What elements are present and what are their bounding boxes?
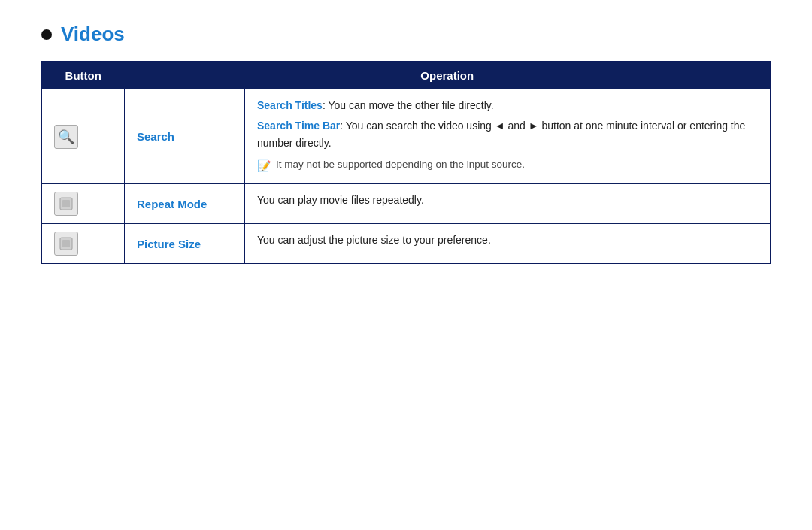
table-row: 🔍 Search Search Titles: You can move the… [42, 89, 771, 184]
search-desc-content: Search Titles: You can move the other fi… [257, 97, 758, 176]
search-timebar-link: Search Time Bar [257, 120, 340, 132]
picture-icon [54, 232, 78, 256]
search-timebar-line: Search Time Bar: You can search the vide… [257, 117, 758, 152]
table-row: Repeat Mode You can play movie files rep… [42, 184, 771, 224]
svg-rect-1 [62, 200, 70, 207]
repeat-desc-cell: You can play movie files repeatedly. [245, 184, 771, 224]
header-operation-col: Operation [125, 62, 771, 90]
repeat-button-cell [42, 184, 125, 224]
picture-button-cell [42, 224, 125, 264]
repeat-icon [54, 192, 78, 216]
repeat-desc: You can play movie files repeatedly. [257, 194, 424, 206]
note-icon: 📝 [257, 157, 271, 176]
search-note-row: 📝 It may not be supported depending on t… [257, 156, 758, 176]
table-row: Picture Size You can adjust the picture … [42, 224, 771, 264]
picture-label: Picture Size [137, 238, 201, 250]
bullet-dot [41, 29, 52, 40]
search-note-text: It may not be supported depending on the… [276, 156, 525, 173]
videos-table: Button Operation 🔍 Search Search Titles:… [41, 61, 771, 264]
repeat-label-cell: Repeat Mode [125, 184, 245, 224]
search-button-cell: 🔍 [42, 89, 125, 184]
repeat-label: Repeat Mode [137, 198, 207, 210]
title-row: Videos [41, 23, 771, 46]
search-label-cell: Search [125, 89, 245, 184]
search-titles-line: Search Titles: You can move the other fi… [257, 97, 758, 114]
picture-label-cell: Picture Size [125, 224, 245, 264]
svg-rect-3 [62, 240, 70, 247]
search-icon: 🔍 [54, 125, 78, 149]
search-label: Search [137, 130, 174, 143]
search-desc-cell: Search Titles: You can move the other fi… [245, 89, 771, 184]
page-title: Videos [61, 23, 125, 46]
search-titles-link: Search Titles [257, 99, 323, 111]
picture-desc: You can adjust the picture size to your … [257, 234, 491, 246]
picture-desc-cell: You can adjust the picture size to your … [245, 224, 771, 264]
header-button-col: Button [42, 62, 125, 90]
search-titles-rest: : You can move the other file directly. [323, 99, 494, 111]
page-container: Videos Button Operation 🔍 Search [0, 0, 812, 286]
table-header-row: Button Operation [42, 62, 771, 90]
